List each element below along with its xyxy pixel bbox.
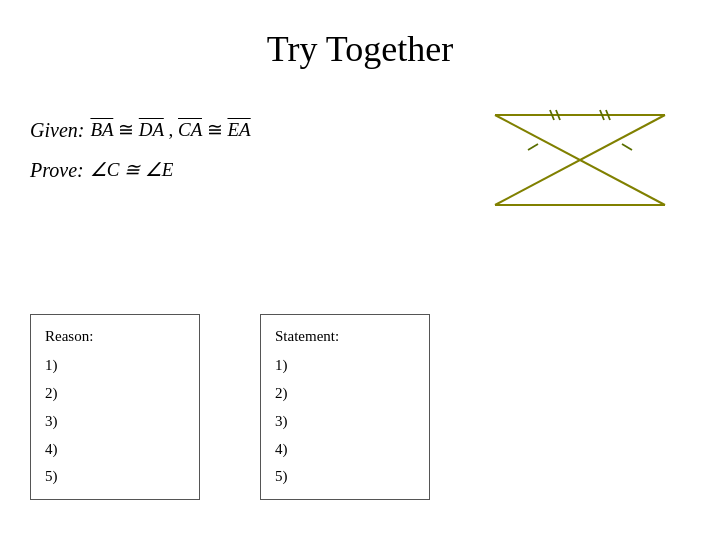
- reason-row-5: 5): [45, 463, 185, 491]
- statement-row-1: 1): [275, 352, 415, 380]
- statement-row-3: 3): [275, 408, 415, 436]
- statement-header: Statement:: [275, 323, 415, 351]
- svg-line-8: [528, 144, 538, 150]
- statement-table: Statement: 1) 2) 3) 4) 5): [260, 314, 430, 501]
- statement-row-2: 2): [275, 380, 415, 408]
- page-title: Try Together: [0, 0, 720, 70]
- given-label: Given:: [30, 110, 84, 150]
- reason-row-1: 1): [45, 352, 185, 380]
- reason-row-4: 4): [45, 436, 185, 464]
- tables-row: Reason: 1) 2) 3) 4) 5) Statement: 1) 2) …: [30, 314, 430, 501]
- prove-line: Prove: ∠C ≅ ∠E: [30, 150, 251, 190]
- diagram: [480, 100, 680, 220]
- given-prove-section: Given: BA ≅ DA , CA ≅ EA Prove: ∠C ≅ ∠E: [30, 110, 251, 190]
- prove-label: Prove:: [30, 150, 84, 190]
- prove-expr: ∠C ≅ ∠E: [90, 151, 174, 189]
- given-expr: BA ≅ DA , CA ≅ EA: [90, 111, 250, 149]
- statement-row-5: 5): [275, 463, 415, 491]
- given-line: Given: BA ≅ DA , CA ≅ EA: [30, 110, 251, 150]
- reason-header: Reason:: [45, 323, 185, 351]
- reason-row-2: 2): [45, 380, 185, 408]
- reason-table: Reason: 1) 2) 3) 4) 5): [30, 314, 200, 501]
- reason-row-3: 3): [45, 408, 185, 436]
- statement-row-4: 4): [275, 436, 415, 464]
- svg-line-9: [622, 144, 632, 150]
